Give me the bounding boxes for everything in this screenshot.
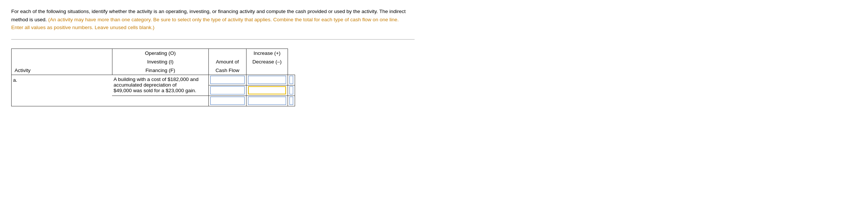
- row-a-input-amount-1[interactable]: [246, 75, 288, 85]
- type-input-a1[interactable]: [210, 76, 245, 84]
- activity-line-1: A building with a cost of $182,000 and a…: [114, 77, 207, 88]
- header-amount-empty-1: [208, 49, 246, 57]
- table-row: a. A building with a cost of $182,000 an…: [12, 75, 295, 85]
- header-row-2: Investing (I) Amount of Decrease (–): [12, 57, 295, 66]
- divider: [11, 39, 415, 40]
- header-row-1: Operating (O) Increase (+): [12, 49, 295, 57]
- header-type-line2: Investing (I): [112, 57, 208, 66]
- instructions-block: For each of the following situations, id…: [11, 7, 407, 32]
- activity-line-2: $49,000 was sold for a $23,000 gain.: [114, 88, 207, 93]
- header-activity-empty-1: [12, 49, 112, 57]
- row-a-input-type-3[interactable]: [208, 96, 246, 106]
- header-activity-empty-2: [12, 57, 112, 66]
- cash-flow-table: Operating (O) Increase (+) Investing (I)…: [11, 49, 295, 106]
- main-table-container: Operating (O) Increase (+) Investing (I)…: [11, 49, 857, 106]
- type-input-a3[interactable]: [210, 97, 245, 105]
- instructions-orange-text: (An activity may have more than one cate…: [11, 17, 399, 31]
- amount-input-a2-highlighted[interactable]: [248, 86, 286, 94]
- header-amount-line1: Amount of: [208, 57, 246, 66]
- row-a-empty-activity-3: [112, 96, 208, 106]
- header-incdec-line1: Increase (+): [246, 49, 288, 57]
- row-a-input-type-2[interactable]: [208, 85, 246, 96]
- row-a-input-type-1[interactable]: [208, 75, 246, 85]
- header-type-line3: Financing (F): [112, 66, 208, 75]
- header-row-3: Activity Financing (F) Cash Flow: [12, 66, 295, 75]
- header-activity-label: Activity: [12, 66, 112, 75]
- amount-input-a3[interactable]: [248, 97, 286, 105]
- type-input-a2[interactable]: [210, 86, 245, 94]
- row-a-index: a.: [12, 75, 112, 106]
- row-a-input-incdec-3[interactable]: [288, 96, 295, 106]
- row-a-input-incdec-2[interactable]: [288, 85, 295, 96]
- header-incdec-placeholder: [246, 66, 288, 75]
- incdec-input-a2[interactable]: [289, 86, 293, 94]
- row-a-input-amount-3[interactable]: [246, 96, 288, 106]
- row-a-activity: A building with a cost of $182,000 and a…: [112, 75, 208, 96]
- row-a-input-amount-2-highlighted[interactable]: [246, 85, 288, 96]
- header-type-line1: Operating (O): [112, 49, 208, 57]
- header-amount-line2: Cash Flow: [208, 66, 246, 75]
- row-a-input-incdec-1[interactable]: [288, 75, 295, 85]
- incdec-input-a3[interactable]: [289, 97, 293, 105]
- incdec-input-a1[interactable]: [289, 76, 293, 84]
- header-incdec-line2: Decrease (–): [246, 57, 288, 66]
- amount-input-a1[interactable]: [248, 76, 286, 84]
